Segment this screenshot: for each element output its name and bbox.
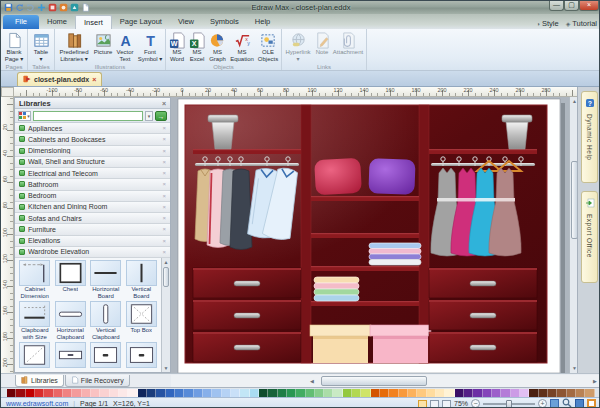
shape-horizontal-board[interactable]: Horizontal Board: [88, 260, 124, 300]
document-close-icon[interactable]: ×: [92, 76, 96, 83]
predefined-libraries-button[interactable]: PredefinedLibraries ▾: [56, 30, 92, 63]
vector-text-button[interactable]: AVectorText: [114, 30, 136, 63]
palette-swatch[interactable]: [44, 389, 53, 397]
palette-swatch[interactable]: [7, 389, 16, 397]
library-item-wall-shell-and-structure[interactable]: Wall, Shell and Structure×: [15, 157, 170, 168]
drawers-left[interactable]: [193, 268, 301, 362]
library-item-close-icon[interactable]: ×: [162, 238, 166, 244]
palette-swatch[interactable]: [212, 389, 221, 397]
full-screen-button[interactable]: [575, 399, 584, 408]
bottom-tab-file-recovery[interactable]: File Recovery: [65, 375, 130, 387]
palette-swatch[interactable]: [166, 389, 175, 397]
shape-clapboard-with-size[interactable]: Clapboard with Size: [17, 301, 53, 341]
library-item-close-icon[interactable]: ×: [162, 215, 166, 221]
palette-swatch[interactable]: [175, 389, 184, 397]
library-item-appliances[interactable]: Appliances×: [15, 123, 170, 134]
palette-swatch[interactable]: [455, 389, 464, 397]
library-item-bedroom[interactable]: Bedroom×: [15, 191, 170, 202]
library-item-close-icon[interactable]: ×: [162, 193, 166, 199]
library-item-wardrobe-elevation[interactable]: Wardrobe Elevation×: [15, 247, 170, 258]
towel-stack[interactable]: [314, 277, 359, 301]
panel-close-icon[interactable]: ×: [162, 100, 166, 107]
library-item-cabinets-and-bookcases[interactable]: Cabinets and Bookcases×: [15, 134, 170, 145]
scrollbar-thumb[interactable]: [321, 376, 427, 386]
palette-swatch[interactable]: [539, 389, 548, 397]
canvas[interactable]: ▲ ▼: [171, 97, 579, 373]
palette-swatch[interactable]: [26, 389, 35, 397]
font-symbol-button[interactable]: TFontSymbol ▾: [136, 30, 164, 63]
palette-swatch[interactable]: [128, 389, 137, 397]
document-tab[interactable]: closet-plan.eddx ×: [17, 72, 102, 86]
zoom-out-button[interactable]: −: [471, 399, 480, 408]
rod-left[interactable]: [195, 163, 299, 166]
palette-swatch[interactable]: [445, 389, 454, 397]
tab-insert[interactable]: Insert: [75, 15, 112, 29]
library-item-elevations[interactable]: Elevations×: [15, 236, 170, 247]
pillow-red[interactable]: [314, 158, 362, 195]
palette-swatch[interactable]: [203, 389, 212, 397]
ole-objects-button[interactable]: OLEObjects: [256, 30, 280, 63]
library-item-close-icon[interactable]: ×: [162, 181, 166, 187]
shape-top-box-2[interactable]: [17, 342, 53, 372]
palette-swatch[interactable]: [240, 389, 249, 397]
bottom-tab-libraries[interactable]: Libraries: [15, 375, 64, 387]
palette-swatch[interactable]: [72, 389, 81, 397]
palette-swatch[interactable]: [464, 389, 473, 397]
scroll-left-icon[interactable]: ◀: [307, 376, 317, 386]
palette-swatch[interactable]: [333, 389, 342, 397]
palette-swatch[interactable]: [63, 389, 72, 397]
shape-gallery-scrollbar[interactable]: ▲▼: [161, 258, 170, 372]
search-input[interactable]: [33, 111, 143, 121]
tab-help[interactable]: Help: [247, 15, 278, 29]
palette-swatch[interactable]: [222, 389, 231, 397]
canvas-horizontal-scrollbar[interactable]: ◀ ▶: [171, 375, 600, 387]
palette-swatch[interactable]: [91, 389, 100, 397]
tabbar-tutorial[interactable]: ◈Tutorial: [566, 19, 597, 28]
palette-swatch[interactable]: [315, 389, 324, 397]
shape-top-box[interactable]: Top Box: [124, 301, 160, 341]
library-item-close-icon[interactable]: ×: [162, 204, 166, 210]
fit-page-button[interactable]: [550, 399, 559, 408]
palette-swatch[interactable]: [361, 389, 370, 397]
scroll-up-icon[interactable]: ▲: [162, 258, 170, 266]
palette-swatch[interactable]: [306, 389, 315, 397]
shape-vertical-board[interactable]: Vertical Board: [124, 260, 160, 300]
palette-swatch[interactable]: [436, 389, 445, 397]
palette-swatch[interactable]: [529, 389, 538, 397]
search-go-button[interactable]: →: [155, 111, 167, 121]
palette-swatch[interactable]: [184, 389, 193, 397]
tab-view[interactable]: View: [170, 15, 202, 29]
palette-swatch[interactable]: [343, 389, 352, 397]
maximize-button[interactable]: ▢: [564, 1, 579, 11]
palette-swatch[interactable]: [380, 389, 389, 397]
palette-swatch[interactable]: [352, 389, 361, 397]
library-item-close-icon[interactable]: ×: [162, 159, 166, 165]
wardrobe[interactable]: [185, 105, 547, 363]
shape-drawer[interactable]: [88, 342, 124, 372]
zoom-in-button[interactable]: +: [538, 399, 547, 408]
library-item-close-icon[interactable]: ×: [162, 249, 166, 255]
library-item-close-icon[interactable]: ×: [162, 226, 166, 232]
tabbar-style[interactable]: ◑Style: [536, 19, 558, 28]
shape-drawer[interactable]: [124, 342, 160, 372]
palette-swatch[interactable]: [287, 389, 296, 397]
zoom-slider[interactable]: [483, 403, 535, 405]
palette-swatch[interactable]: [250, 389, 259, 397]
side-tab-export-office[interactable]: Export Office: [581, 191, 598, 283]
palette-swatch[interactable]: [548, 389, 557, 397]
palette-swatch[interactable]: [296, 389, 305, 397]
palette-swatch[interactable]: [259, 389, 268, 397]
view-normal-button[interactable]: [418, 400, 427, 408]
palette-swatch[interactable]: [100, 389, 109, 397]
palette-swatch[interactable]: [567, 389, 576, 397]
palette-swatch[interactable]: [557, 389, 566, 397]
palette-swatch[interactable]: [147, 389, 156, 397]
palette-swatch[interactable]: [371, 389, 380, 397]
palette-swatch[interactable]: [501, 389, 510, 397]
shape-cabinet-dimension[interactable]: Cabinet Dimension: [17, 260, 53, 300]
scrollbar-thumb[interactable]: [163, 267, 169, 287]
hyperlink-button[interactable]: Hyperlink▾: [283, 30, 313, 63]
palette-swatch[interactable]: [483, 389, 492, 397]
palette-swatch[interactable]: [231, 389, 240, 397]
view-page-button[interactable]: [430, 400, 439, 408]
